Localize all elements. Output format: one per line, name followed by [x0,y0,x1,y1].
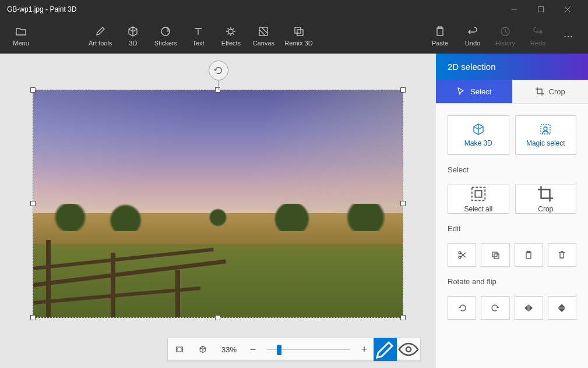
appname-text: Paint 3D [50,5,76,13]
redo-label: Redo [530,40,545,47]
cursor-icon [456,87,466,96]
flip-horizontal-button[interactable] [515,296,543,320]
svg-rect-8 [297,30,303,36]
history-icon [499,26,511,37]
resize-handle-mr[interactable] [400,201,406,206]
crop-button[interactable]: Crop [515,185,577,214]
select-all-button[interactable]: Select all [448,185,509,214]
crop-tab-label: Crop [549,87,565,96]
canvas-button[interactable]: Canvas [247,20,280,52]
zoom-in-button[interactable]: + [355,338,374,361]
zoom-thumb[interactable] [277,345,281,355]
close-button[interactable] [554,0,581,19]
resize-handle-ml[interactable] [30,201,36,206]
undo-label: Undo [465,40,480,47]
remix-icon [293,26,305,37]
mode-tabs: Select Crop [436,80,588,104]
effects-label: Effects [221,40,241,47]
edit-section-label: Edit [448,224,576,233]
svg-rect-14 [541,125,550,134]
cut-button[interactable] [448,243,476,267]
paste-panel-button[interactable] [515,243,543,267]
fit-screen-button[interactable] [168,338,191,361]
history-button[interactable]: History [489,20,522,52]
delete-button[interactable] [548,243,576,267]
rotate-section-label: Rotate and flip [448,277,576,286]
properties-panel: 2D selection Select Crop Make 3D Magic s… [436,54,588,368]
view-mode-button[interactable] [397,338,420,361]
maximize-button[interactable] [527,0,554,19]
copy-icon [491,250,500,260]
filename-text: GB-wp1.jpg [7,5,44,13]
window-controls [501,0,581,19]
resize-handle-bl[interactable] [30,315,36,320]
crop-label: Crop [538,205,553,213]
resize-handle-tr[interactable] [400,87,406,93]
history-label: History [495,40,515,47]
flip-vertical-button[interactable] [548,296,576,320]
effects-icon [225,26,237,37]
zoom-toolbar: 33% − + [167,338,421,361]
sticker-icon [160,26,171,37]
edit-mode-button[interactable] [374,338,397,361]
window-title: GB-wp1.jpg - Paint 3D [7,5,501,13]
svg-rect-9 [437,28,443,36]
trash-icon [557,250,566,260]
svg-point-5 [228,29,233,34]
view-3d-button[interactable] [191,338,214,361]
copy-button[interactable] [481,243,509,267]
text-label: Text [192,40,204,47]
svg-rect-20 [492,252,497,257]
undo-icon [467,26,478,37]
paste-button[interactable]: Paste [424,20,456,52]
3d-button[interactable]: 3D [117,20,149,52]
svg-rect-1 [538,7,544,12]
rotate-left-button[interactable] [448,296,476,320]
text-button[interactable]: Text [182,20,214,52]
zoom-slider[interactable] [262,338,355,361]
image-content [33,90,403,317]
paste-icon [434,26,446,37]
more-button[interactable]: ⋯ [554,31,583,42]
rotate-right-button[interactable] [481,296,509,320]
stickers-button[interactable]: Stickers [149,20,182,52]
canvas-label: Canvas [253,40,274,47]
select-tab[interactable]: Select [436,80,512,103]
selection-box[interactable] [33,90,403,318]
rotate-handle[interactable] [209,61,228,80]
3d-label: 3D [129,40,137,47]
resize-handle-br[interactable] [400,315,406,320]
make-3d-button[interactable]: Make 3D [448,115,509,155]
art-tools-label: Art tools [89,40,112,47]
panel-title: 2D selection [436,54,588,80]
zoom-value[interactable]: 33% [214,345,244,354]
magic-select-button[interactable]: Magic select [515,115,577,155]
resize-handle-tl[interactable] [30,87,36,93]
magic-select-icon [539,123,552,136]
folder-icon [15,26,27,37]
select-all-label: Select all [464,205,492,213]
crop-icon [535,87,544,96]
rotate-stem [218,80,219,90]
svg-rect-17 [475,190,481,197]
resize-handle-bm[interactable] [215,315,220,320]
flip-v-icon [557,303,566,313]
art-tools-button[interactable]: Art tools [84,20,117,52]
canvas-icon [258,26,269,37]
menu-label: Menu [13,40,29,47]
svg-rect-7 [295,27,301,33]
remix3d-button[interactable]: Remix 3D [280,20,317,52]
scissors-icon [457,250,467,260]
svg-rect-16 [472,187,485,201]
canvas-workspace[interactable]: 33% − + [0,54,436,368]
crop-tab[interactable]: Crop [512,80,589,103]
effects-button[interactable]: Effects [214,20,247,52]
minimize-button[interactable] [501,0,527,19]
zoom-out-button[interactable]: − [244,338,262,361]
redo-button[interactable]: Redo [522,20,554,52]
title-bar: GB-wp1.jpg - Paint 3D [0,0,588,19]
menu-button[interactable]: Menu [5,20,37,52]
brush-icon [94,26,106,37]
undo-button[interactable]: Undo [456,20,489,52]
cube-icon [472,123,485,136]
